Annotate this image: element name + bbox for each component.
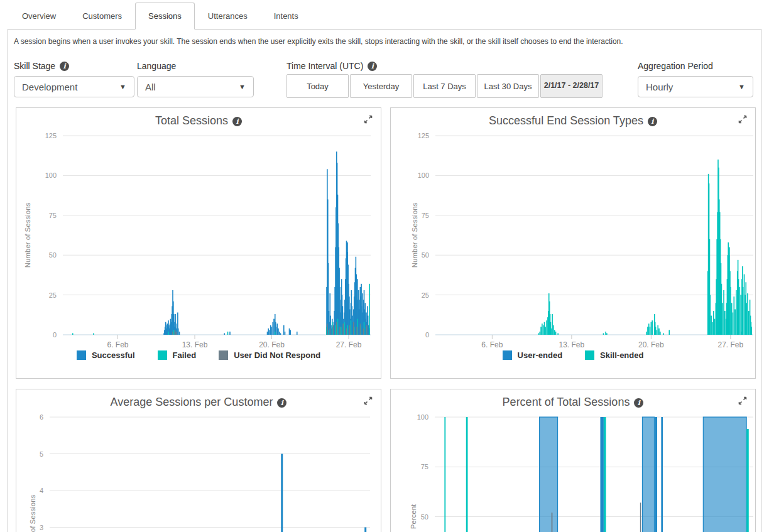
legend-label: Skill-ended xyxy=(600,350,643,360)
time-interval-button[interactable]: Today xyxy=(286,74,349,98)
percent-of-total-sessions-panel: Percent of Total Sessionsi 5075100Percen… xyxy=(390,389,756,532)
svg-text:27. Feb: 27. Feb xyxy=(336,340,362,349)
chart-title: Percent of Total Sessionsi xyxy=(391,394,755,410)
aggregation-period-label: Aggregation Period xyxy=(638,61,713,71)
legend-swatch xyxy=(77,350,86,360)
tab-customers[interactable]: Customers xyxy=(69,3,135,30)
legend-label: Failed xyxy=(173,350,197,360)
legend-item: User Did Not Respond xyxy=(219,350,320,360)
chart-legend: SuccessfulFailedUser Did Not Respond xyxy=(16,350,381,360)
legend-item: Failed xyxy=(158,350,197,360)
svg-text:25: 25 xyxy=(422,291,429,299)
successful-end-session-types-panel: Successful End Session Typesi 0255075100… xyxy=(390,107,756,379)
time-interval-buttons: TodayYesterdayLast 7 DaysLast 30 Days2/1… xyxy=(286,74,604,98)
svg-text:50: 50 xyxy=(49,251,57,259)
time-interval-button[interactable]: Last 7 Days xyxy=(413,74,476,98)
svg-text:6. Feb: 6. Feb xyxy=(481,340,503,349)
svg-text:50: 50 xyxy=(421,513,428,521)
tab-sessions[interactable]: Sessions xyxy=(135,3,195,30)
legend-swatch xyxy=(158,350,167,360)
time-interval-button[interactable]: Last 30 Days xyxy=(477,74,539,98)
time-interval-label: Time Interval (UTC)i xyxy=(286,61,377,71)
chart-legend: User-endedSkill-ended xyxy=(391,350,755,360)
svg-text:5: 5 xyxy=(40,450,43,458)
chart-canvas: 02550751001256. Feb13. Feb20. Feb27. Feb… xyxy=(16,128,379,349)
svg-text:27. Feb: 27. Feb xyxy=(718,340,744,349)
svg-text:Number of Sessions: Number of Sessions xyxy=(24,202,31,268)
expand-icon[interactable] xyxy=(738,396,748,406)
legend-item: User-ended xyxy=(503,350,563,360)
info-icon[interactable]: i xyxy=(232,117,242,126)
svg-text:3: 3 xyxy=(40,524,43,531)
svg-text:100: 100 xyxy=(45,171,57,179)
legend-item: Skill-ended xyxy=(585,350,643,360)
tab-overview[interactable]: Overview xyxy=(9,3,69,30)
chevron-down-icon: ▼ xyxy=(119,83,126,90)
legend-swatch xyxy=(219,350,228,360)
chart-canvas: 02550751001256. Feb13. Feb20. Feb27. Feb… xyxy=(391,128,754,349)
svg-text:75: 75 xyxy=(49,212,57,219)
content-panel: A session begins when a user invokes you… xyxy=(8,29,761,532)
legend-label: User-ended xyxy=(518,350,563,360)
chart-canvas: 3456Number of Sessions xyxy=(16,410,379,532)
skill-stage-label: Skill Stagei xyxy=(14,61,69,71)
time-interval-button[interactable]: Yesterday xyxy=(350,74,412,98)
chart-title: Total Sessionsi xyxy=(16,113,381,128)
expand-icon[interactable] xyxy=(738,114,748,124)
session-description: A session begins when a user invokes you… xyxy=(14,37,623,46)
svg-text:125: 125 xyxy=(418,132,429,139)
chart-canvas: 5075100Percent xyxy=(391,410,754,532)
info-icon[interactable]: i xyxy=(634,398,643,408)
svg-text:6: 6 xyxy=(40,413,43,421)
svg-text:Percent: Percent xyxy=(410,504,417,529)
svg-text:13. Feb: 13. Feb xyxy=(559,340,585,349)
info-icon[interactable]: i xyxy=(60,62,69,71)
svg-text:75: 75 xyxy=(422,212,429,219)
legend-label: User Did Not Respond xyxy=(234,350,320,360)
info-icon[interactable]: i xyxy=(277,398,286,408)
svg-text:0: 0 xyxy=(53,331,57,339)
svg-text:13. Feb: 13. Feb xyxy=(182,340,208,349)
total-sessions-panel: Total Sessionsi 02550751001256. Feb13. F… xyxy=(16,107,381,379)
svg-text:75: 75 xyxy=(421,463,428,470)
language-label: Language xyxy=(137,61,176,71)
info-icon[interactable]: i xyxy=(368,62,377,71)
legend-swatch xyxy=(585,350,594,360)
svg-text:6. Feb: 6. Feb xyxy=(107,340,128,349)
aggregation-period-select[interactable]: Hourly▼ xyxy=(638,76,753,97)
expand-icon[interactable] xyxy=(363,114,373,124)
svg-text:20. Feb: 20. Feb xyxy=(638,340,664,349)
svg-text:125: 125 xyxy=(45,132,57,139)
tab-bar: OverviewCustomersSessionsUtterancesInten… xyxy=(0,0,769,29)
svg-text:4: 4 xyxy=(40,487,43,494)
time-interval-button[interactable]: 2/1/17 - 2/28/17 xyxy=(540,74,603,98)
skill-stage-select[interactable]: Development▼ xyxy=(14,76,134,97)
legend-label: Successful xyxy=(92,350,135,360)
chevron-down-icon: ▼ xyxy=(239,83,246,90)
svg-text:Number of Sessions: Number of Sessions xyxy=(29,494,36,532)
svg-text:100: 100 xyxy=(417,413,428,421)
legend-item: Successful xyxy=(77,350,135,360)
svg-text:25: 25 xyxy=(49,291,57,299)
average-sessions-per-customer-panel: Average Sessions per Customeri 3456Numbe… xyxy=(16,389,381,532)
tab-intents[interactable]: Intents xyxy=(261,3,312,30)
language-select[interactable]: All▼ xyxy=(137,76,254,97)
svg-text:50: 50 xyxy=(422,251,429,259)
svg-text:0: 0 xyxy=(425,331,429,339)
chart-title: Average Sessions per Customeri xyxy=(16,394,381,410)
legend-swatch xyxy=(503,350,512,360)
info-icon[interactable]: i xyxy=(648,117,657,126)
svg-text:20. Feb: 20. Feb xyxy=(259,340,285,349)
chevron-down-icon: ▼ xyxy=(738,83,745,90)
svg-text:100: 100 xyxy=(418,171,429,179)
expand-icon[interactable] xyxy=(363,396,373,406)
chart-title: Successful End Session Typesi xyxy=(391,113,755,128)
tab-utterances[interactable]: Utterances xyxy=(195,3,261,30)
svg-text:Number of Sessions: Number of Sessions xyxy=(411,202,418,268)
